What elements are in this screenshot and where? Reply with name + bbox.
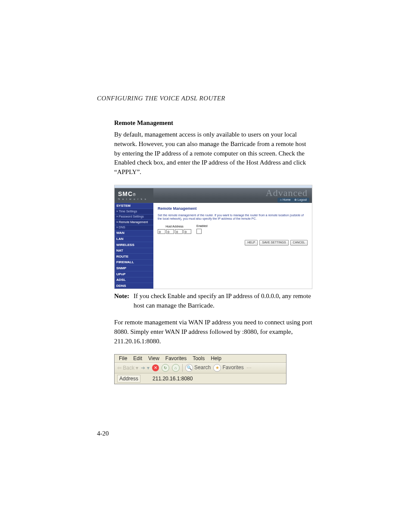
pane-description: Set the remote management of the router.…: [158, 214, 308, 221]
toolbar-separator: [182, 364, 183, 372]
ie-menu-bar: File Edit View Favorites Tools Help: [115, 355, 286, 363]
ip-octet-1[interactable]: 0: [158, 229, 165, 234]
ie-menu-favorites[interactable]: Favorites: [165, 355, 187, 361]
nav-adsl[interactable]: ADSL: [115, 277, 153, 283]
enabled-column: Enabled: [196, 224, 208, 234]
ie-forward-button[interactable]: ➔ ▾: [141, 365, 149, 371]
ie-address-label: Address: [117, 375, 140, 383]
help-button[interactable]: HELP: [245, 240, 258, 245]
logout-link[interactable]: ⊗ Logout: [294, 198, 307, 202]
form-row: Host Address 0 0 0 0 Enabled: [158, 224, 308, 234]
ie-browser-screenshot: File Edit View Favorites Tools Help ⇦ Ba…: [114, 354, 286, 384]
ie-menu-help[interactable]: Help: [211, 355, 221, 361]
ie-menu-edit[interactable]: Edit: [133, 355, 142, 361]
ie-back-button[interactable]: ⇦ Back ▾: [117, 365, 138, 371]
intro-paragraph: By default, management access is only av…: [114, 130, 314, 177]
ie-search-button[interactable]: 🔍 Search: [185, 364, 211, 372]
button-row: HELP SAVE SETTINGS CANCEL: [158, 240, 308, 245]
ie-menu-file[interactable]: File: [119, 355, 127, 361]
enabled-label: Enabled: [196, 224, 208, 228]
nav-password-settings[interactable]: » Password Settings: [115, 214, 153, 219]
nav-wireless[interactable]: WIRELESS: [115, 242, 153, 248]
home-icon[interactable]: ⌂: [172, 364, 180, 372]
nav-system[interactable]: SYSTEM: [115, 203, 153, 209]
ip-octet-3[interactable]: 0: [175, 229, 183, 234]
pane-title: Remote Management: [158, 206, 308, 211]
ie-address-bar: Address 211.20.16.1:8080: [115, 373, 286, 384]
page-content: Remote Management By default, management…: [97, 119, 314, 384]
advanced-watermark: Advanced: [266, 187, 308, 199]
ie-favorites-button[interactable]: ★ Favorites: [213, 364, 244, 372]
nav-time-settings[interactable]: » Time Settings: [115, 208, 153, 214]
note-block: Note: If you check Enable and specify an…: [114, 292, 314, 311]
running-head: CONFIGURING THE VOICE ADSL ROUTER: [97, 95, 314, 102]
nav-snmp[interactable]: SNMP: [115, 265, 153, 271]
search-icon: 🔍: [185, 364, 193, 372]
ip-octet-2[interactable]: 0: [166, 229, 174, 234]
router-body: SYSTEM » Time Settings » Password Settin…: [115, 203, 312, 289]
refresh-icon[interactable]: ↻: [162, 364, 169, 372]
save-settings-button[interactable]: SAVE SETTINGS: [259, 240, 288, 245]
ie-toolbar-overflow: ⋯: [246, 365, 252, 371]
note-text: If you check Enable and specify an IP ad…: [134, 292, 314, 311]
ip-octet-4[interactable]: 0: [184, 229, 191, 234]
section-heading: Remote Management: [114, 119, 314, 127]
nav-route[interactable]: ROUTE: [115, 253, 153, 259]
port-paragraph: For remote management via WAN IP address…: [114, 318, 314, 346]
nav-lan[interactable]: LAN: [115, 236, 153, 242]
router-content-pane: Remote Management Set the remote managem…: [153, 203, 312, 289]
header-links: ⌂ Home ⊗ Logout: [277, 198, 309, 202]
host-address-label: Host Address: [158, 225, 191, 228]
nav-ddns[interactable]: DDNS: [115, 283, 153, 289]
nav-upnp[interactable]: UPnP: [115, 271, 153, 277]
ie-toolbar: ⇦ Back ▾ ➔ ▾ ✕ ↻ ⌂ 🔍 Search ★ Favorites …: [115, 363, 286, 373]
enabled-checkbox[interactable]: [196, 229, 202, 234]
header-right: Advanced ⌂ Home ⊗ Logout: [153, 188, 312, 203]
ie-menu-view[interactable]: View: [148, 355, 159, 361]
cancel-button[interactable]: CANCEL: [290, 240, 308, 245]
registered-mark: ®: [133, 193, 136, 197]
brand-text: SMC: [118, 190, 133, 197]
document-page: CONFIGURING THE VOICE ADSL ROUTER Remote…: [0, 0, 411, 532]
note-label: Note:: [114, 292, 129, 311]
home-link[interactable]: ⌂ Home: [280, 198, 291, 202]
ie-menu-tools[interactable]: Tools: [193, 355, 205, 361]
stop-icon[interactable]: ✕: [152, 364, 159, 371]
host-address-input-group: 0 0 0 0: [158, 229, 191, 234]
host-address-column: Host Address 0 0 0 0: [158, 225, 191, 234]
router-header: SMC® N e t w o r k s Advanced ⌂ Home ⊗ L…: [115, 188, 312, 203]
ie-address-field[interactable]: 211.20.16.1:8080: [145, 376, 283, 382]
router-admin-screenshot: SMC® N e t w o r k s Advanced ⌂ Home ⊗ L…: [114, 185, 312, 289]
brand-subtext: N e t w o r k s: [118, 198, 147, 201]
nav-dns[interactable]: » DNS: [115, 225, 153, 230]
router-nav: SYSTEM » Time Settings » Password Settin…: [115, 203, 153, 289]
brand-logo: SMC® N e t w o r k s: [115, 188, 153, 203]
favorites-icon: ★: [213, 364, 221, 372]
nav-nat[interactable]: NAT: [115, 248, 153, 254]
nav-firewall[interactable]: FIREWALL: [115, 259, 153, 265]
nav-remote-management[interactable]: » Remote Management: [115, 219, 153, 224]
page-number: 4-20: [97, 430, 109, 437]
nav-wan[interactable]: WAN: [115, 230, 153, 236]
